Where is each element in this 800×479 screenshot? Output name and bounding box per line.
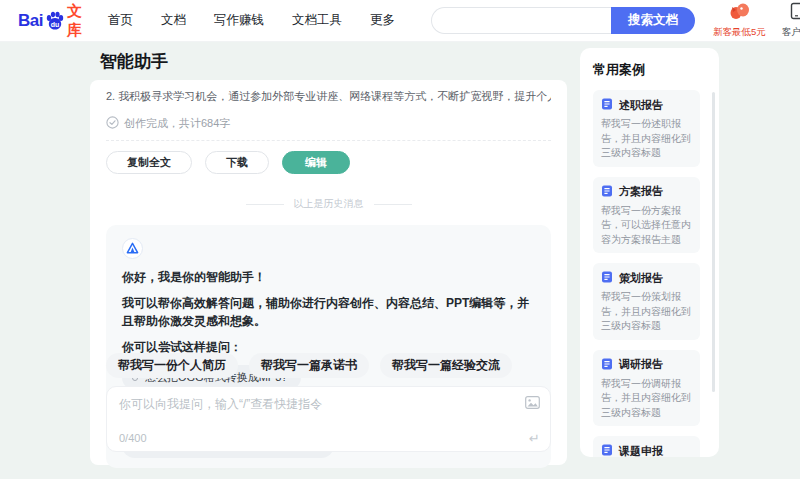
check-circle-icon [106, 116, 119, 131]
client-label: 客户端 [782, 26, 800, 39]
case-card-keti[interactable]: 课题申报 帮我写一份课题申报材料，课题自选 [593, 436, 700, 457]
case-desc: 帮我写一份调研报告，并且内容细化到三级内容标题 [601, 377, 692, 421]
case-title: 调研报告 [619, 357, 663, 372]
nav-item-tools[interactable]: 文档工具 [292, 12, 342, 29]
case-card-diaoyan[interactable]: 调研报告 帮我写一份调研报告，并且内容细化到三级内容标题 [593, 350, 700, 427]
doc-icon [601, 96, 613, 114]
doc-icon [601, 183, 613, 201]
enter-send-icon[interactable]: ↵ [529, 431, 540, 446]
case-card-cehua[interactable]: 策划报告 帮我写一份策划报告，并且内容细化到三级内容标题 [593, 263, 700, 340]
common-cases-panel: 常用案例 述职报告 帮我写一份述职报告，并且内容细化到三级内容标题 方案报告 帮… [580, 48, 719, 457]
case-title: 课题申报 [619, 444, 663, 458]
greeting-body: 我可以帮你高效解答问题，辅助你进行内容创作、内容总结、PPT编辑等，并且帮助你激… [122, 294, 535, 331]
chat-input[interactable] [107, 387, 504, 417]
nav-menu: 首页 文档 写作赚钱 文档工具 更多 [108, 12, 395, 29]
char-counter: 0/400 [119, 432, 147, 444]
assistant-panel: 智能助手 2. 我积极寻求学习机会，通过参加外部专业讲座、网络课程等方式，不断扩… [90, 50, 567, 465]
baidu-wenku-logo[interactable]: Bai du 文库 [18, 2, 82, 40]
history-divider-text: 以上是历史消息 [294, 197, 364, 211]
logo-wenku-text: 文库 [67, 2, 82, 40]
sidebar-scrollbar[interactable] [712, 92, 715, 392]
case-title: 策划报告 [619, 271, 663, 286]
divider-line-right [374, 204, 412, 205]
case-card-shuzhi[interactable]: 述职报告 帮我写一份述职报告，并且内容细化到三级内容标题 [593, 90, 700, 167]
search-button[interactable]: 搜索文档 [611, 7, 695, 34]
download-button[interactable]: 下载 [205, 151, 269, 174]
dashed-divider [106, 140, 551, 141]
doc-icon [601, 442, 613, 457]
generated-doc-tail-text: 2. 我积极寻求学习机会，通过参加外部专业讲座、网络课程等方式，不断扩宽视野，提… [106, 80, 551, 104]
insert-image-icon[interactable] [525, 395, 540, 413]
nav-item-home[interactable]: 首页 [108, 12, 133, 29]
common-cases-title: 常用案例 [593, 61, 708, 79]
page-title: 智能助手 [100, 50, 567, 73]
copy-all-button[interactable]: 复制全文 [106, 151, 192, 174]
divider-line-left [246, 204, 284, 205]
case-desc: 帮我写一份方案报告，可以选择任意内容为方案报告主题 [601, 204, 692, 248]
nav-item-earn[interactable]: 写作赚钱 [214, 12, 264, 29]
case-title: 述职报告 [619, 98, 663, 113]
doc-icon [601, 269, 613, 287]
quick-chip-commitment[interactable]: 帮我写一篇承诺书 [249, 353, 369, 378]
search-input[interactable] [431, 7, 611, 34]
case-title: 方案报告 [619, 184, 663, 199]
quick-chip-resume[interactable]: 帮我写一份个人简历 [106, 353, 238, 378]
edit-button[interactable]: 编辑 [282, 151, 350, 174]
nav-right-group: 新客最低5元 客户端 看过 [713, 2, 800, 39]
logo-bai-text: Bai [18, 11, 43, 31]
creation-status-text: 创作完成，共计684字 [124, 116, 230, 131]
svg-text:du: du [51, 20, 60, 27]
search-bar: 搜索文档 [431, 7, 695, 34]
case-card-fangan[interactable]: 方案报告 帮我写一份方案报告，可以选择任意内容为方案报告主题 [593, 177, 700, 254]
nav-item-docs[interactable]: 文档 [161, 12, 186, 29]
quick-chip-experience[interactable]: 帮我写一篇经验交流 [380, 353, 512, 378]
client-entry[interactable]: 客户端 [782, 2, 800, 39]
history-divider: 以上是历史消息 [106, 197, 551, 211]
nav-item-more[interactable]: 更多 [370, 12, 395, 29]
doc-icon [601, 356, 613, 374]
chat-card: 2. 我积极寻求学习机会，通过参加外部专业讲座、网络课程等方式，不断扩宽视野，提… [90, 80, 567, 465]
phone-icon [790, 2, 800, 24]
baidu-paw-icon: du [44, 10, 66, 32]
promo-entry[interactable]: 新客最低5元 [713, 2, 766, 39]
creation-status-row: 创作完成，共计684字 [106, 116, 551, 131]
quick-chips: 帮我写一份个人简历 帮我写一篇承诺书 帮我写一篇经验交流 [106, 353, 512, 378]
promo-mascot-icon [729, 2, 750, 24]
result-actions: 复制全文 下载 编辑 [106, 151, 551, 174]
chat-input-box: 0/400 ↵ [106, 386, 551, 452]
promo-label: 新客最低5元 [713, 26, 766, 39]
assistant-avatar-icon [122, 238, 143, 259]
top-navbar: Bai du 文库 首页 文档 写作赚钱 文档工具 更多 搜索文档 [0, 0, 800, 42]
case-desc: 帮我写一份策划报告，并且内容细化到三级内容标题 [601, 290, 692, 334]
greeting-title: 你好，我是你的智能助手！ [122, 268, 535, 287]
case-desc: 帮我写一份述职报告，并且内容细化到三级内容标题 [601, 117, 692, 161]
